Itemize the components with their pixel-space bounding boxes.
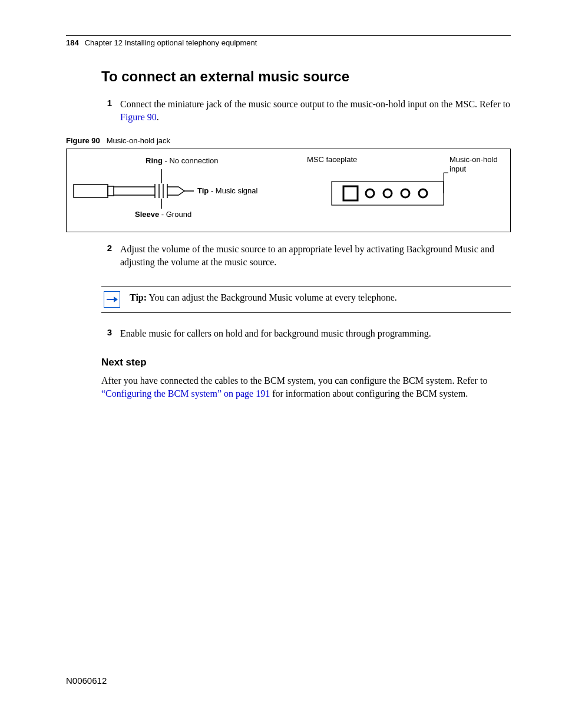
next-step-text-a: After you have connected the cables to t… (101, 375, 487, 386)
svg-rect-1 (108, 186, 114, 196)
svg-marker-20 (114, 297, 118, 302)
figure-caption-lead: Figure 90 (66, 136, 100, 145)
figure-label-ring-bold: Ring (146, 156, 163, 165)
step-1: 1 Connect the miniature jack of the musi… (101, 98, 511, 123)
arrow-right-icon (104, 291, 120, 308)
figure-label-ring: Ring - No connection (146, 156, 219, 165)
figure-caption: Figure 90 Music-on-hold jack (66, 136, 511, 145)
tip-body: You can adjust the Background Music volu… (147, 292, 397, 302)
tip-box: Tip: You can adjust the Background Music… (101, 286, 511, 313)
step-2: 2 Adjust the volume of the music source … (101, 243, 511, 268)
figure-label-moh-l2: input (449, 164, 498, 174)
next-step-heading: Next step (101, 357, 511, 368)
figure-label-sleeve-text: - Ground (159, 210, 191, 219)
figure-label-moh-l1: Music-on-hold (449, 155, 498, 164)
figure-label-sleeve-bold: Sleeve (135, 210, 159, 219)
tip-row: Tip: You can adjust the Background Music… (101, 286, 511, 312)
chapter-title: Chapter 12 Installing optional telephony… (85, 38, 257, 47)
figure-label-msc: MSC faceplate (307, 155, 357, 164)
svg-point-16 (419, 189, 427, 197)
figure-label-moh: Music-on-hold input (449, 155, 498, 173)
next-step-paragraph: After you have connected the cables to t… (101, 374, 511, 400)
figure-xref-link[interactable]: Figure 90 (120, 112, 157, 122)
step-body: Adjust the volume of the music source to… (120, 243, 511, 268)
figure-label-ring-text: - No connection (163, 156, 219, 165)
step-text-tail: . (157, 112, 159, 122)
running-head: 184 Chapter 12 Installing optional telep… (66, 38, 511, 47)
svg-point-14 (384, 189, 392, 197)
page: 184 Chapter 12 Installing optional telep… (0, 0, 562, 728)
figure-label-tip: Tip - Music signal (197, 186, 257, 195)
tip-text: Tip: You can adjust the Background Music… (130, 290, 397, 304)
step-body: Connect the miniature jack of the music … (120, 98, 511, 123)
header-rule (66, 35, 511, 36)
next-step-text-b: for information about configuring the BC… (270, 388, 468, 398)
figure-label-tip-text: - Music signal (209, 186, 257, 195)
step-number: 1 (101, 98, 120, 123)
content-block: To connect an external music source 1 Co… (101, 68, 511, 123)
figure-svg (67, 149, 510, 232)
svg-point-13 (366, 189, 374, 197)
section-heading: To connect an external music source (101, 68, 511, 85)
tip-lead: Tip: (130, 292, 147, 302)
figure-box: Ring - No connection Tip - Music signal … (66, 149, 511, 232)
step-text: Connect the miniature jack of the music … (120, 99, 510, 109)
svg-rect-0 (74, 185, 108, 197)
step-number: 3 (101, 327, 120, 340)
step-3: 3 Enable music for callers on hold and f… (101, 327, 511, 340)
next-step-xref-link[interactable]: “Configuring the BCM system” on page 191 (101, 388, 270, 398)
figure-label-tip-bold: Tip (197, 186, 209, 195)
document-number: N0060612 (66, 676, 107, 686)
tip-rule-bottom (101, 312, 511, 313)
content-block-2: 2 Adjust the volume of the music source … (101, 243, 511, 400)
figure-caption-text: Music-on-hold jack (107, 136, 170, 145)
step-body: Enable music for callers on hold and for… (120, 327, 511, 340)
svg-rect-12 (343, 186, 358, 200)
step-number: 2 (101, 243, 120, 268)
page-number: 184 (66, 38, 79, 47)
svg-point-15 (401, 189, 409, 197)
figure-label-sleeve: Sleeve - Ground (135, 210, 191, 219)
